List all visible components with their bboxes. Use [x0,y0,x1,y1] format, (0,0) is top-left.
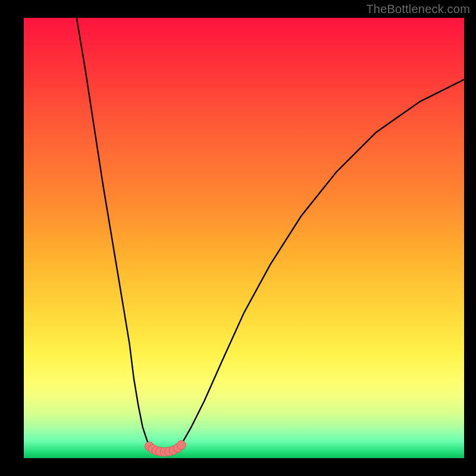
curve-layer [24,18,464,458]
bottleneck-curve [77,18,464,452]
chart-frame: TheBottleneck.com [0,0,476,476]
plot-area [24,18,464,458]
watermark-text: TheBottleneck.com [366,2,470,16]
valley-marker [177,440,186,449]
